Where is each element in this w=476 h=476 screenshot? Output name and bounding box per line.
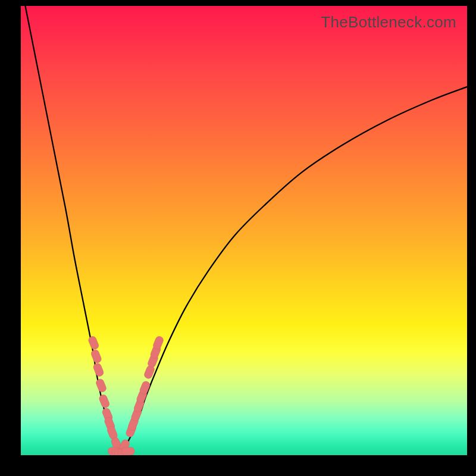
chart-svg (21, 6, 467, 455)
outer-frame: TheBottleneck.com (0, 0, 476, 476)
markers-bottom (108, 447, 135, 455)
curve-left (26, 6, 121, 452)
data-marker (98, 394, 110, 409)
data-marker (92, 362, 104, 377)
data-marker (90, 349, 102, 364)
data-marker (95, 378, 107, 393)
data-marker (121, 447, 134, 455)
data-marker (87, 336, 99, 350)
plot-area: TheBottleneck.com (21, 6, 467, 455)
curve-right (121, 87, 467, 452)
markers-right (118, 336, 164, 454)
markers-left (87, 336, 123, 452)
